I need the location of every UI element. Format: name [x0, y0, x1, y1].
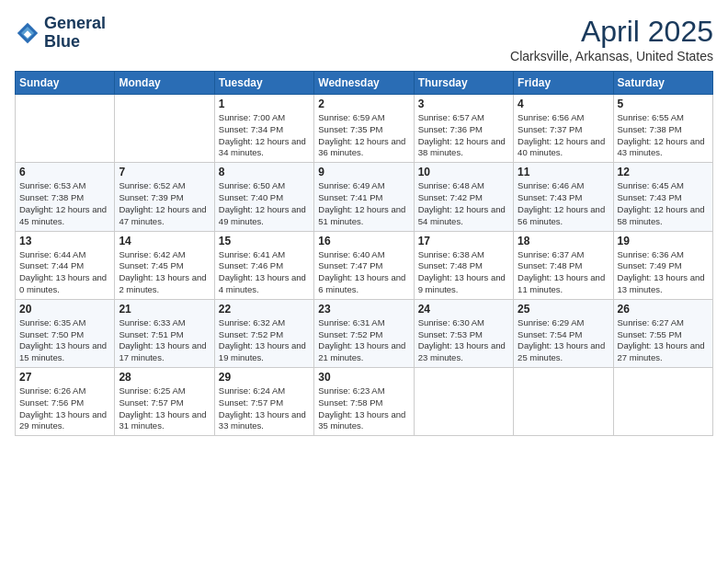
calendar-cell: 4Sunrise: 6:56 AM Sunset: 7:37 PM Daylig… [514, 95, 613, 163]
day-number: 17 [418, 235, 509, 247]
calendar-week-row: 13Sunrise: 6:44 AM Sunset: 7:44 PM Dayli… [16, 231, 713, 299]
day-number: 1 [219, 98, 310, 110]
day-info: Sunrise: 6:27 AM Sunset: 7:55 PM Dayligh… [618, 317, 709, 364]
calendar-cell: 26Sunrise: 6:27 AM Sunset: 7:55 PM Dayli… [613, 299, 712, 367]
day-info: Sunrise: 6:48 AM Sunset: 7:42 PM Dayligh… [418, 180, 509, 227]
weekday-header-saturday: Saturday [613, 72, 712, 95]
day-number: 11 [518, 166, 609, 178]
day-info: Sunrise: 6:59 AM Sunset: 7:35 PM Dayligh… [318, 112, 409, 159]
day-number: 16 [318, 235, 409, 247]
day-number: 10 [418, 166, 509, 178]
day-info: Sunrise: 6:35 AM Sunset: 7:50 PM Dayligh… [19, 317, 110, 364]
calendar-cell: 10Sunrise: 6:48 AM Sunset: 7:42 PM Dayli… [414, 163, 513, 231]
calendar-cell: 22Sunrise: 6:32 AM Sunset: 7:52 PM Dayli… [214, 299, 313, 367]
day-info: Sunrise: 6:52 AM Sunset: 7:39 PM Dayligh… [119, 180, 210, 227]
day-number: 5 [618, 98, 709, 110]
weekday-header-tuesday: Tuesday [214, 72, 313, 95]
calendar-week-row: 20Sunrise: 6:35 AM Sunset: 7:50 PM Dayli… [16, 299, 713, 367]
calendar-cell: 3Sunrise: 6:57 AM Sunset: 7:36 PM Daylig… [414, 95, 513, 163]
calendar-cell: 30Sunrise: 6:23 AM Sunset: 7:58 PM Dayli… [314, 368, 414, 436]
day-info: Sunrise: 6:50 AM Sunset: 7:40 PM Dayligh… [219, 180, 310, 227]
day-number: 15 [219, 235, 310, 247]
day-info: Sunrise: 6:55 AM Sunset: 7:38 PM Dayligh… [618, 112, 709, 159]
day-number: 19 [618, 235, 709, 247]
day-info: Sunrise: 6:32 AM Sunset: 7:52 PM Dayligh… [219, 317, 310, 364]
day-info: Sunrise: 7:00 AM Sunset: 7:34 PM Dayligh… [219, 112, 310, 159]
calendar-cell [414, 368, 513, 436]
calendar-cell: 16Sunrise: 6:40 AM Sunset: 7:47 PM Dayli… [314, 231, 414, 299]
weekday-header-row: SundayMondayTuesdayWednesdayThursdayFrid… [16, 72, 713, 95]
calendar-cell: 24Sunrise: 6:30 AM Sunset: 7:53 PM Dayli… [414, 299, 513, 367]
day-number: 29 [219, 371, 310, 384]
day-info: Sunrise: 6:42 AM Sunset: 7:45 PM Dayligh… [119, 249, 210, 296]
day-number: 3 [418, 98, 509, 110]
day-number: 6 [19, 166, 110, 178]
day-number: 14 [119, 235, 210, 247]
day-info: Sunrise: 6:37 AM Sunset: 7:48 PM Dayligh… [518, 249, 609, 296]
weekday-header-wednesday: Wednesday [314, 72, 414, 95]
calendar-cell: 13Sunrise: 6:44 AM Sunset: 7:44 PM Dayli… [16, 231, 115, 299]
calendar-cell: 5Sunrise: 6:55 AM Sunset: 7:38 PM Daylig… [613, 95, 712, 163]
calendar-cell [514, 368, 613, 436]
day-info: Sunrise: 6:24 AM Sunset: 7:57 PM Dayligh… [219, 385, 310, 432]
calendar-cell [115, 95, 214, 163]
weekday-header-monday: Monday [115, 72, 214, 95]
calendar-cell: 15Sunrise: 6:41 AM Sunset: 7:46 PM Dayli… [214, 231, 313, 299]
calendar-cell: 29Sunrise: 6:24 AM Sunset: 7:57 PM Dayli… [214, 368, 313, 436]
calendar-subtitle: Clarksville, Arkansas, United States [510, 49, 713, 63]
day-number: 24 [418, 303, 509, 316]
calendar-cell: 23Sunrise: 6:31 AM Sunset: 7:52 PM Dayli… [314, 299, 414, 367]
calendar-cell: 6Sunrise: 6:53 AM Sunset: 7:38 PM Daylig… [16, 163, 115, 231]
page-header: General Blue April 2025 Clarksville, Ark… [15, 15, 713, 63]
calendar-week-row: 27Sunrise: 6:26 AM Sunset: 7:56 PM Dayli… [16, 368, 713, 436]
day-info: Sunrise: 6:30 AM Sunset: 7:53 PM Dayligh… [418, 317, 509, 364]
day-number: 20 [19, 303, 110, 316]
day-info: Sunrise: 6:26 AM Sunset: 7:56 PM Dayligh… [19, 385, 110, 432]
weekday-header-thursday: Thursday [414, 72, 513, 95]
day-info: Sunrise: 6:25 AM Sunset: 7:57 PM Dayligh… [119, 385, 210, 432]
calendar-cell: 11Sunrise: 6:46 AM Sunset: 7:43 PM Dayli… [514, 163, 613, 231]
calendar-cell: 1Sunrise: 7:00 AM Sunset: 7:34 PM Daylig… [214, 95, 313, 163]
calendar-table: SundayMondayTuesdayWednesdayThursdayFrid… [15, 71, 713, 436]
logo-icon [15, 20, 40, 46]
calendar-week-row: 6Sunrise: 6:53 AM Sunset: 7:38 PM Daylig… [16, 163, 713, 231]
calendar-cell: 27Sunrise: 6:26 AM Sunset: 7:56 PM Dayli… [16, 368, 115, 436]
calendar-cell: 2Sunrise: 6:59 AM Sunset: 7:35 PM Daylig… [314, 95, 414, 163]
calendar-cell: 9Sunrise: 6:49 AM Sunset: 7:41 PM Daylig… [314, 163, 414, 231]
calendar-cell: 12Sunrise: 6:45 AM Sunset: 7:43 PM Dayli… [613, 163, 712, 231]
calendar-cell: 19Sunrise: 6:36 AM Sunset: 7:49 PM Dayli… [613, 231, 712, 299]
day-number: 18 [518, 235, 609, 247]
day-info: Sunrise: 6:40 AM Sunset: 7:47 PM Dayligh… [318, 249, 409, 296]
calendar-cell: 25Sunrise: 6:29 AM Sunset: 7:54 PM Dayli… [514, 299, 613, 367]
day-info: Sunrise: 6:57 AM Sunset: 7:36 PM Dayligh… [418, 112, 509, 159]
day-number: 30 [318, 371, 409, 384]
day-info: Sunrise: 6:44 AM Sunset: 7:44 PM Dayligh… [19, 249, 110, 296]
calendar-cell: 14Sunrise: 6:42 AM Sunset: 7:45 PM Dayli… [115, 231, 214, 299]
day-number: 28 [119, 371, 210, 384]
calendar-cell [16, 95, 115, 163]
day-number: 23 [318, 303, 409, 316]
title-block: April 2025 Clarksville, Arkansas, United… [510, 15, 713, 63]
day-info: Sunrise: 6:45 AM Sunset: 7:43 PM Dayligh… [618, 180, 709, 227]
day-number: 26 [618, 303, 709, 316]
calendar-cell: 17Sunrise: 6:38 AM Sunset: 7:48 PM Dayli… [414, 231, 513, 299]
day-number: 4 [518, 98, 609, 110]
day-info: Sunrise: 6:29 AM Sunset: 7:54 PM Dayligh… [518, 317, 609, 364]
weekday-header-friday: Friday [514, 72, 613, 95]
day-info: Sunrise: 6:33 AM Sunset: 7:51 PM Dayligh… [119, 317, 210, 364]
day-info: Sunrise: 6:56 AM Sunset: 7:37 PM Dayligh… [518, 112, 609, 159]
day-info: Sunrise: 6:36 AM Sunset: 7:49 PM Dayligh… [618, 249, 709, 296]
calendar-cell: 18Sunrise: 6:37 AM Sunset: 7:48 PM Dayli… [514, 231, 613, 299]
calendar-cell [613, 368, 712, 436]
calendar-cell: 28Sunrise: 6:25 AM Sunset: 7:57 PM Dayli… [115, 368, 214, 436]
day-info: Sunrise: 6:23 AM Sunset: 7:58 PM Dayligh… [318, 385, 409, 432]
day-number: 13 [19, 235, 110, 247]
day-number: 21 [119, 303, 210, 316]
day-number: 12 [618, 166, 709, 178]
day-info: Sunrise: 6:53 AM Sunset: 7:38 PM Dayligh… [19, 180, 110, 227]
logo: General Blue [15, 15, 106, 52]
day-number: 9 [318, 166, 409, 178]
weekday-header-sunday: Sunday [16, 72, 115, 95]
day-info: Sunrise: 6:46 AM Sunset: 7:43 PM Dayligh… [518, 180, 609, 227]
calendar-title: April 2025 [510, 15, 713, 49]
